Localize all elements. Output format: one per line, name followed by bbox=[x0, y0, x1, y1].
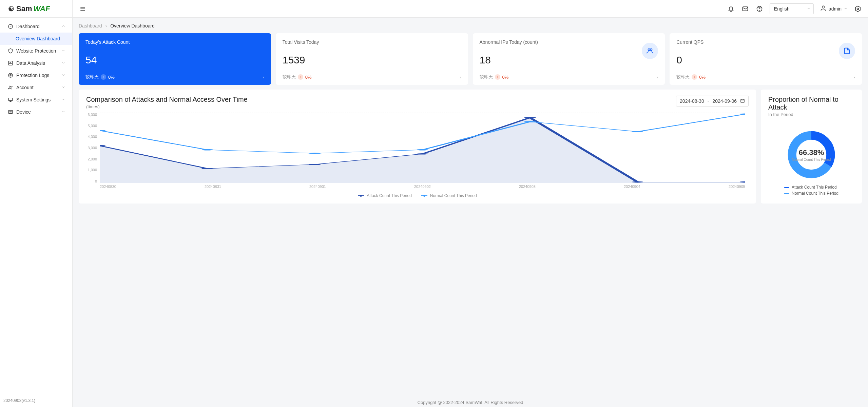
chart-icon bbox=[7, 60, 14, 66]
user-icon bbox=[820, 5, 827, 13]
svg-point-10 bbox=[822, 6, 825, 8]
compare-label: 较昨天 bbox=[85, 74, 99, 80]
svg-point-24 bbox=[309, 153, 321, 154]
breadcrumb-root[interactable]: Dashboard bbox=[79, 23, 102, 28]
nav-sub-label: Overview Dashboard bbox=[16, 36, 60, 41]
date-from: 2024-08-30 bbox=[680, 98, 704, 104]
svg-point-20 bbox=[632, 181, 643, 183]
language-select[interactable]: English bbox=[770, 3, 814, 14]
svg-point-4 bbox=[11, 86, 12, 87]
card-title: Today's Attack Count bbox=[85, 39, 264, 45]
card-total-visits[interactable]: Total Visits Today 1539 较昨天 ↑ 0% › bbox=[276, 33, 468, 85]
card-abnormal-ips[interactable]: Abnormal IPs Today (count) 18 较昨天 ↑ 0% › bbox=[473, 33, 665, 85]
card-title: Total Visits Today bbox=[283, 39, 461, 45]
card-attack-count[interactable]: Today's Attack Count 54 较昨天 ↑ 0% › bbox=[79, 33, 271, 85]
svg-point-18 bbox=[417, 153, 428, 155]
legend-normal: Normal Count This Period bbox=[421, 193, 477, 198]
compare-label: 较昨天 bbox=[676, 74, 690, 80]
chevron-right-icon: › bbox=[263, 75, 264, 80]
proportion-panel: Proportion of Normal to Attack In the Pe… bbox=[761, 90, 862, 204]
pct-value: 0% bbox=[502, 75, 509, 80]
logo-text-waf: WAF bbox=[33, 4, 50, 13]
users-badge-icon bbox=[642, 43, 658, 59]
content: Dashboard › Overview Dashboard Today's A… bbox=[73, 18, 868, 396]
settings-icon[interactable] bbox=[854, 5, 862, 13]
compare-label: 较昨天 bbox=[480, 74, 493, 80]
chart-legend: Attack Count This Period Normal Count Th… bbox=[86, 193, 749, 198]
sidebar-item-website-protection[interactable]: Website Protection bbox=[0, 45, 72, 57]
sidebar-item-dashboard[interactable]: Dashboard bbox=[0, 20, 72, 33]
logo-icon: ☯ bbox=[8, 5, 14, 13]
separator: - bbox=[708, 98, 709, 104]
legend-normal: Normal Count This Period bbox=[784, 191, 838, 196]
legend-label: Normal Count This Period bbox=[792, 191, 838, 196]
sidebar-subitem-overview[interactable]: Overview Dashboard bbox=[0, 33, 72, 45]
chevron-right-icon: › bbox=[460, 75, 461, 80]
plot-area bbox=[100, 113, 745, 183]
nav-label: Device bbox=[16, 109, 61, 115]
card-value: 1539 bbox=[283, 54, 461, 66]
swatch-icon bbox=[784, 193, 789, 194]
sidebar-item-system-settings[interactable]: System Settings bbox=[0, 94, 72, 106]
nav-label: Account bbox=[16, 85, 61, 90]
chevron-right-icon: › bbox=[657, 75, 658, 80]
sidebar-item-account[interactable]: Account bbox=[0, 81, 72, 94]
main-area: English admin Dashboard › Overview Dashb… bbox=[73, 0, 868, 407]
mail-icon[interactable] bbox=[741, 5, 749, 13]
logo-text-sam: Sam bbox=[16, 4, 32, 13]
card-current-qps[interactable]: Current QPS 0 较昨天 ↑ 0% › bbox=[670, 33, 862, 85]
device-icon bbox=[7, 109, 14, 115]
dashboard-icon bbox=[7, 24, 14, 29]
chevron-right-icon: › bbox=[854, 75, 855, 80]
nav-menu: Dashboard Overview Dashboard Website Pro… bbox=[0, 18, 72, 394]
nav-label: Website Protection bbox=[16, 48, 61, 54]
date-range-picker[interactable]: 2024-08-30 - 2024-09-06 bbox=[676, 96, 749, 106]
calendar-icon bbox=[740, 98, 745, 104]
chevron-down-icon bbox=[61, 73, 66, 78]
topbar: English admin bbox=[73, 0, 868, 18]
chevron-right-icon: › bbox=[105, 23, 107, 28]
sidebar-item-protection-logs[interactable]: Protection Logs bbox=[0, 69, 72, 81]
notification-icon[interactable] bbox=[727, 5, 735, 13]
svg-point-25 bbox=[417, 149, 428, 151]
x-axis-labels: 2024083020240831202409012024090220240903… bbox=[100, 185, 745, 191]
svg-point-16 bbox=[201, 168, 213, 169]
chevron-down-icon bbox=[61, 97, 66, 102]
svg-point-15 bbox=[100, 145, 105, 147]
sidebar-item-data-analysis[interactable]: Data Analysis bbox=[0, 57, 72, 69]
svg-point-11 bbox=[857, 8, 859, 9]
user-menu[interactable]: admin bbox=[820, 5, 848, 13]
menu-toggle-button[interactable] bbox=[79, 5, 87, 13]
svg-point-27 bbox=[632, 131, 643, 132]
chevron-down-icon bbox=[61, 60, 66, 66]
donut-percent: 66.38% bbox=[799, 148, 824, 157]
y-axis-labels: 6,0005,0004,0003,0002,0001,0000 bbox=[86, 113, 98, 183]
logo: ☯ Sam WAF bbox=[0, 0, 72, 18]
svg-rect-14 bbox=[741, 99, 745, 102]
card-title: Abnormal IPs Today (count) bbox=[480, 39, 658, 45]
compare-label: 较昨天 bbox=[283, 74, 296, 80]
svg-point-23 bbox=[201, 149, 213, 151]
chevron-down-icon bbox=[807, 6, 811, 12]
donut-center-label: Normal Count This Period bbox=[792, 158, 831, 161]
svg-point-3 bbox=[9, 86, 11, 87]
swatch-icon bbox=[784, 187, 789, 188]
nav-label: System Settings bbox=[16, 97, 61, 102]
legend-attack: Attack Count This Period bbox=[358, 193, 412, 198]
pct-value: 0% bbox=[699, 75, 706, 80]
legend-label: Normal Count This Period bbox=[430, 193, 477, 198]
user-name: admin bbox=[829, 6, 842, 12]
chevron-down-icon bbox=[844, 6, 848, 12]
help-icon[interactable] bbox=[755, 5, 764, 13]
nav-label: Protection Logs bbox=[16, 73, 61, 78]
nav-label: Data Analysis bbox=[16, 60, 61, 66]
arrow-up-icon: ↑ bbox=[495, 74, 500, 80]
comparison-chart-panel: Comparison of Attacks and Normal Access … bbox=[79, 90, 756, 204]
card-value: 54 bbox=[85, 54, 264, 66]
svg-point-12 bbox=[648, 49, 650, 51]
users-icon bbox=[7, 85, 14, 90]
sidebar-item-device[interactable]: Device bbox=[0, 106, 72, 118]
svg-point-22 bbox=[100, 130, 105, 131]
log-icon bbox=[7, 73, 14, 78]
chevron-down-icon bbox=[61, 85, 66, 90]
